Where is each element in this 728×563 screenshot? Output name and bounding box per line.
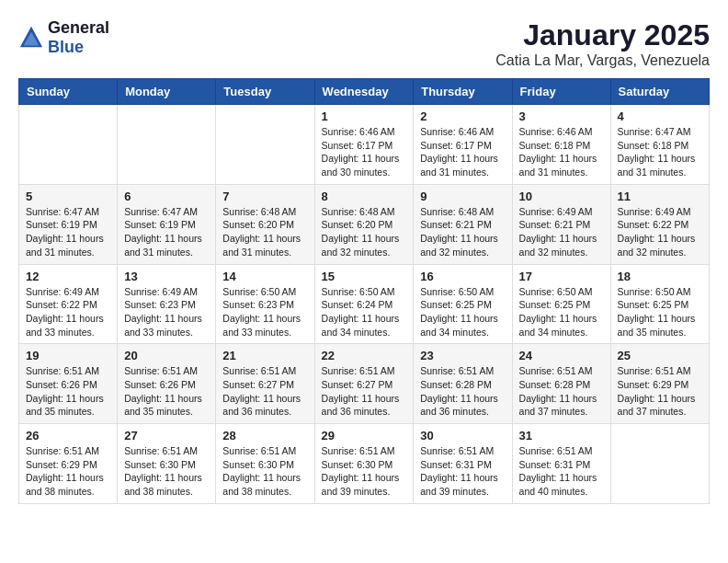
day-number: 27 <box>124 429 209 442</box>
calendar-cell: 6Sunrise: 6:47 AM Sunset: 6:19 PM Daylig… <box>118 184 216 264</box>
calendar-cell: 3Sunrise: 6:46 AM Sunset: 6:18 PM Daylig… <box>512 105 610 185</box>
weekday-header-friday: Friday <box>512 79 610 105</box>
day-number: 4 <box>618 109 702 123</box>
day-number: 12 <box>26 270 110 283</box>
calendar-cell: 18Sunrise: 6:50 AM Sunset: 6:25 PM Dayli… <box>610 264 709 344</box>
day-info: Sunrise: 6:48 AM Sunset: 6:21 PM Dayligh… <box>420 205 505 259</box>
day-number: 2 <box>420 109 505 123</box>
calendar-cell: 14Sunrise: 6:50 AM Sunset: 6:23 PM Dayli… <box>216 264 314 344</box>
calendar-table: SundayMondayTuesdayWednesdayThursdayFrid… <box>18 78 710 504</box>
day-info: Sunrise: 6:49 AM Sunset: 6:23 PM Dayligh… <box>124 285 209 339</box>
day-info: Sunrise: 6:51 AM Sunset: 6:30 PM Dayligh… <box>222 444 307 499</box>
calendar-cell: 23Sunrise: 6:51 AM Sunset: 6:28 PM Dayli… <box>414 344 512 424</box>
calendar-week-4: 19Sunrise: 6:51 AM Sunset: 6:26 PM Dayli… <box>19 344 710 424</box>
calendar-cell <box>118 105 216 185</box>
day-number: 17 <box>519 270 604 283</box>
day-number: 7 <box>222 190 307 203</box>
day-info: Sunrise: 6:51 AM Sunset: 6:27 PM Dayligh… <box>222 364 307 419</box>
day-number: 9 <box>420 190 505 203</box>
calendar-cell: 7Sunrise: 6:48 AM Sunset: 6:20 PM Daylig… <box>216 184 314 264</box>
day-number: 6 <box>124 190 209 203</box>
calendar-cell: 11Sunrise: 6:49 AM Sunset: 6:22 PM Dayli… <box>610 184 709 264</box>
calendar-cell: 5Sunrise: 6:47 AM Sunset: 6:19 PM Daylig… <box>19 184 118 264</box>
calendar-week-5: 26Sunrise: 6:51 AM Sunset: 6:29 PM Dayli… <box>19 424 710 504</box>
calendar-cell: 27Sunrise: 6:51 AM Sunset: 6:30 PM Dayli… <box>118 424 216 504</box>
day-info: Sunrise: 6:49 AM Sunset: 6:22 PM Dayligh… <box>26 285 110 339</box>
day-info: Sunrise: 6:51 AM Sunset: 6:27 PM Dayligh… <box>322 364 407 419</box>
calendar-cell: 20Sunrise: 6:51 AM Sunset: 6:26 PM Dayli… <box>118 344 216 424</box>
day-info: Sunrise: 6:47 AM Sunset: 6:19 PM Dayligh… <box>124 205 209 259</box>
day-number: 8 <box>322 190 407 203</box>
calendar-week-3: 12Sunrise: 6:49 AM Sunset: 6:22 PM Dayli… <box>19 264 710 344</box>
weekday-header-wednesday: Wednesday <box>314 79 414 105</box>
calendar-cell: 31Sunrise: 6:51 AM Sunset: 6:31 PM Dayli… <box>512 424 610 504</box>
day-info: Sunrise: 6:49 AM Sunset: 6:21 PM Dayligh… <box>519 205 604 259</box>
calendar-cell: 26Sunrise: 6:51 AM Sunset: 6:29 PM Dayli… <box>19 424 118 504</box>
day-number: 11 <box>618 190 702 203</box>
day-number: 14 <box>222 270 307 283</box>
day-info: Sunrise: 6:51 AM Sunset: 6:29 PM Dayligh… <box>26 444 110 499</box>
calendar-cell: 12Sunrise: 6:49 AM Sunset: 6:22 PM Dayli… <box>19 264 118 344</box>
day-number: 20 <box>124 349 209 362</box>
day-info: Sunrise: 6:48 AM Sunset: 6:20 PM Dayligh… <box>322 205 407 259</box>
day-info: Sunrise: 6:46 AM Sunset: 6:17 PM Dayligh… <box>322 125 407 179</box>
calendar-cell: 4Sunrise: 6:47 AM Sunset: 6:18 PM Daylig… <box>610 105 709 185</box>
day-info: Sunrise: 6:51 AM Sunset: 6:30 PM Dayligh… <box>322 444 407 499</box>
day-info: Sunrise: 6:49 AM Sunset: 6:22 PM Dayligh… <box>618 205 702 259</box>
calendar-cell: 29Sunrise: 6:51 AM Sunset: 6:30 PM Dayli… <box>314 424 414 504</box>
location-title: Catia La Mar, Vargas, Venezuela <box>495 52 710 69</box>
weekday-header-saturday: Saturday <box>610 79 709 105</box>
day-info: Sunrise: 6:47 AM Sunset: 6:19 PM Dayligh… <box>26 205 110 259</box>
page-header: General Blue January 2025 Catia La Mar, … <box>18 18 710 69</box>
day-info: Sunrise: 6:51 AM Sunset: 6:31 PM Dayligh… <box>519 444 604 499</box>
logo-icon <box>18 25 44 51</box>
day-number: 13 <box>124 270 209 283</box>
day-info: Sunrise: 6:51 AM Sunset: 6:26 PM Dayligh… <box>26 364 110 419</box>
day-info: Sunrise: 6:51 AM Sunset: 6:29 PM Dayligh… <box>618 364 702 419</box>
day-info: Sunrise: 6:51 AM Sunset: 6:31 PM Dayligh… <box>420 444 505 499</box>
calendar-body: 1Sunrise: 6:46 AM Sunset: 6:17 PM Daylig… <box>19 105 710 504</box>
calendar-header: SundayMondayTuesdayWednesdayThursdayFrid… <box>19 79 710 105</box>
calendar-cell: 25Sunrise: 6:51 AM Sunset: 6:29 PM Dayli… <box>610 344 709 424</box>
calendar-cell: 28Sunrise: 6:51 AM Sunset: 6:30 PM Dayli… <box>216 424 314 504</box>
day-info: Sunrise: 6:46 AM Sunset: 6:17 PM Dayligh… <box>420 125 505 179</box>
logo-blue-text: Blue <box>48 38 84 56</box>
day-number: 26 <box>26 429 110 442</box>
day-number: 25 <box>618 349 702 362</box>
day-info: Sunrise: 6:51 AM Sunset: 6:28 PM Dayligh… <box>420 364 505 419</box>
calendar-cell: 2Sunrise: 6:46 AM Sunset: 6:17 PM Daylig… <box>414 105 512 185</box>
calendar-week-2: 5Sunrise: 6:47 AM Sunset: 6:19 PM Daylig… <box>19 184 710 264</box>
day-number: 29 <box>322 429 407 442</box>
calendar-cell: 17Sunrise: 6:50 AM Sunset: 6:25 PM Dayli… <box>512 264 610 344</box>
day-number: 5 <box>26 190 110 203</box>
calendar-week-1: 1Sunrise: 6:46 AM Sunset: 6:17 PM Daylig… <box>19 105 710 185</box>
calendar-cell <box>610 424 709 504</box>
day-number: 21 <box>222 349 307 362</box>
day-number: 10 <box>519 190 604 203</box>
weekday-header-thursday: Thursday <box>414 79 512 105</box>
day-number: 24 <box>519 349 604 362</box>
title-area: January 2025 Catia La Mar, Vargas, Venez… <box>495 18 710 69</box>
day-info: Sunrise: 6:50 AM Sunset: 6:25 PM Dayligh… <box>618 285 702 339</box>
day-info: Sunrise: 6:51 AM Sunset: 6:26 PM Dayligh… <box>124 364 209 419</box>
calendar-cell: 9Sunrise: 6:48 AM Sunset: 6:21 PM Daylig… <box>414 184 512 264</box>
day-number: 16 <box>420 270 505 283</box>
calendar-cell <box>19 105 118 185</box>
calendar-cell: 1Sunrise: 6:46 AM Sunset: 6:17 PM Daylig… <box>314 105 414 185</box>
day-info: Sunrise: 6:47 AM Sunset: 6:18 PM Dayligh… <box>618 125 702 179</box>
day-info: Sunrise: 6:51 AM Sunset: 6:30 PM Dayligh… <box>124 444 209 499</box>
weekday-header-sunday: Sunday <box>19 79 118 105</box>
day-number: 23 <box>420 349 505 362</box>
calendar-cell: 21Sunrise: 6:51 AM Sunset: 6:27 PM Dayli… <box>216 344 314 424</box>
day-number: 1 <box>322 109 407 123</box>
calendar-cell: 30Sunrise: 6:51 AM Sunset: 6:31 PM Dayli… <box>414 424 512 504</box>
day-info: Sunrise: 6:46 AM Sunset: 6:18 PM Dayligh… <box>519 125 604 179</box>
calendar-cell: 24Sunrise: 6:51 AM Sunset: 6:28 PM Dayli… <box>512 344 610 424</box>
day-info: Sunrise: 6:50 AM Sunset: 6:23 PM Dayligh… <box>222 285 307 339</box>
calendar-cell: 22Sunrise: 6:51 AM Sunset: 6:27 PM Dayli… <box>314 344 414 424</box>
day-info: Sunrise: 6:50 AM Sunset: 6:25 PM Dayligh… <box>519 285 604 339</box>
logo: General Blue <box>18 18 109 57</box>
day-number: 28 <box>222 429 307 442</box>
day-number: 18 <box>618 270 702 283</box>
weekday-header-tuesday: Tuesday <box>216 79 314 105</box>
